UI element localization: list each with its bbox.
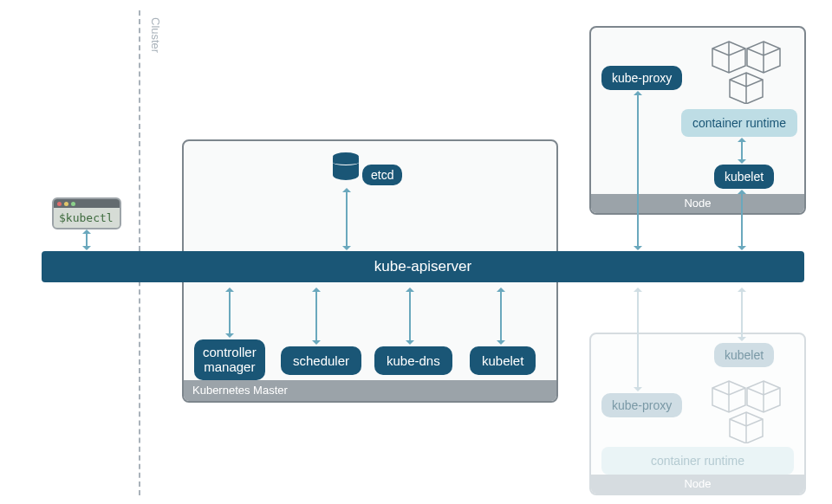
cluster-label: Cluster: [149, 17, 162, 53]
arrow-etcd-apiserver: [346, 191, 348, 248]
arrow-kubeproxy-apiserver-bottom: [637, 290, 639, 389]
etcd-database-icon: [333, 152, 359, 184]
node-label-bottom: Node: [591, 475, 804, 494]
arrow-kubelet-apiserver-top: [741, 192, 743, 248]
arrow-kubectl-apiserver: [86, 232, 88, 248]
terminal-titlebar: [54, 199, 120, 208]
window-max-dot: [71, 202, 75, 206]
container-cubes-icon-top: [699, 36, 794, 104]
scheduler-pill: scheduler: [281, 346, 361, 375]
kube-apiserver-bar: kube-apiserver: [42, 251, 804, 282]
arrow-kubelet-master: [500, 290, 502, 342]
kubelet-pill-bottom: kubelet: [714, 343, 774, 367]
arrow-scheduler: [315, 290, 317, 342]
container-runtime-bottom: container runtime: [601, 447, 794, 475]
etcd-pill: etcd: [362, 165, 402, 185]
arrow-kubelet-apiserver-bottom: [741, 290, 743, 339]
arrow-kubedns: [409, 290, 411, 342]
master-label: Kubernetes Master: [184, 380, 556, 401]
arrow-kubeproxy-apiserver-top: [637, 94, 639, 248]
kube-dns-pill: kube-dns: [374, 346, 452, 375]
arrow-runtime-kubelet-top: [741, 140, 743, 161]
controller-manager-pill: controller manager: [194, 339, 265, 380]
container-cubes-icon-bottom: [699, 376, 794, 443]
window-min-dot: [64, 202, 68, 206]
arrow-controller: [229, 290, 231, 335]
kube-proxy-pill-bottom: kube-proxy: [601, 393, 682, 417]
window-close-dot: [57, 202, 62, 206]
kubelet-master-pill: kubelet: [470, 346, 536, 375]
node-label-top: Node: [591, 194, 804, 213]
